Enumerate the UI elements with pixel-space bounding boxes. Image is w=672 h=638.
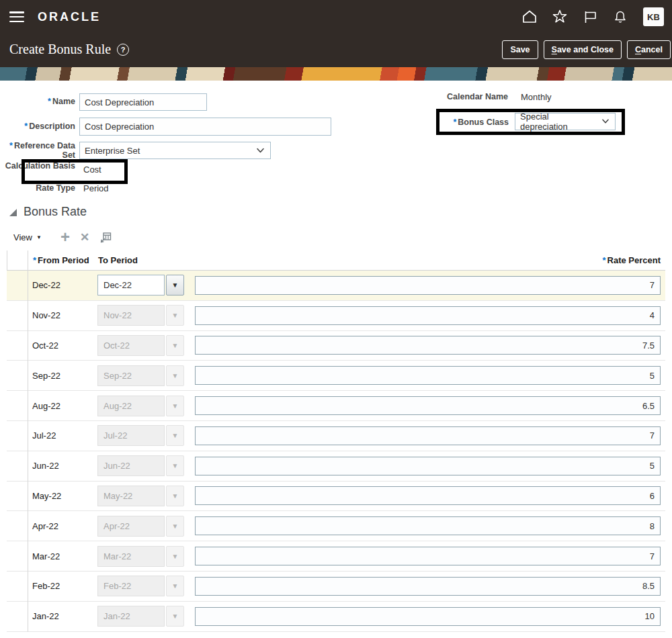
cancel-button[interactable]: Cancel — [627, 40, 671, 59]
row-selector[interactable] — [7, 361, 28, 390]
description-input[interactable] — [79, 118, 331, 136]
delete-row-button[interactable]: ✕ — [80, 232, 89, 243]
table-row[interactable]: May-22May-22▼ — [7, 482, 665, 512]
rate-percent-input[interactable] — [195, 366, 661, 385]
dropdown-button: ▼ — [166, 335, 184, 356]
rate-percent-input[interactable] — [195, 336, 661, 355]
notifications-bell-icon[interactable] — [613, 9, 628, 24]
to-period-value: May-22 — [97, 486, 165, 506]
section-title: Bonus Rate — [24, 205, 87, 219]
rate-type-label: Rate Type — [0, 183, 75, 193]
to-period-combobox: Oct-22▼ — [97, 335, 185, 356]
rate-percent-column-header: *Rate Percent — [185, 255, 665, 265]
from-period-value: Jul-22 — [28, 430, 97, 441]
from-period-value: Oct-22 — [28, 340, 97, 351]
from-period-value: Dec-22 — [28, 280, 97, 290]
caret-down-icon: ▼ — [172, 522, 179, 530]
to-period-combobox[interactable]: Dec-22▼ — [97, 275, 185, 295]
table-row[interactable]: Sep-22Sep-22▼ — [7, 361, 665, 391]
table-row[interactable]: Dec-22Dec-22▼ — [7, 271, 665, 301]
caret-down-icon: ▼ — [172, 432, 179, 439]
row-selector[interactable] — [7, 331, 28, 361]
to-period-value[interactable]: Dec-22 — [97, 275, 165, 295]
view-menu-button[interactable]: View ▼ — [13, 232, 42, 242]
to-period-value: Mar-22 — [97, 546, 165, 567]
table-row[interactable]: Feb-22Feb-22▼ — [7, 572, 665, 602]
save-button[interactable]: Save — [502, 40, 538, 59]
bonus-class-label: *Bonus Class — [433, 118, 509, 127]
row-selector[interactable] — [7, 271, 28, 300]
table-row[interactable]: Nov-22Nov-22▼ — [7, 301, 665, 331]
table-row[interactable]: Aug-22Aug-22▼ — [7, 391, 665, 421]
add-row-button[interactable]: + — [60, 229, 70, 245]
to-period-value: Apr-22 — [97, 516, 165, 537]
rate-percent-input[interactable] — [195, 516, 661, 535]
table-row[interactable]: Oct-22Oct-22▼ — [7, 331, 665, 361]
rate-percent-input[interactable] — [195, 276, 661, 295]
to-period-value: Oct-22 — [97, 335, 165, 356]
bonus-rate-table: *From Period To Period *Rate Percent Dec… — [7, 250, 665, 632]
dropdown-button: ▼ — [166, 305, 184, 326]
help-icon[interactable]: ? — [117, 44, 129, 56]
table-row[interactable]: Jun-22Jun-22▼ — [7, 451, 665, 482]
rate-percent-input[interactable] — [195, 577, 661, 596]
rate-percent-input[interactable] — [195, 486, 661, 505]
row-selector[interactable] — [7, 482, 28, 511]
to-period-combobox: Mar-22▼ — [97, 546, 185, 567]
menu-icon[interactable] — [9, 11, 24, 22]
flag-icon[interactable] — [583, 9, 597, 24]
page-header-bar: Create Bonus Rule ? Save Save and Close … — [0, 34, 672, 67]
name-input[interactable] — [79, 93, 207, 111]
top-navigation-bar: ORACLE KB — [0, 0, 672, 34]
save-and-close-button[interactable]: Save and Close — [544, 40, 622, 59]
favorites-star-icon[interactable] — [552, 9, 567, 24]
collapse-triangle-icon — [9, 209, 17, 216]
table-row[interactable]: Jan-22Jan-22▼ — [7, 602, 665, 632]
row-selector[interactable] — [7, 301, 28, 330]
row-selector[interactable] — [7, 451, 28, 481]
user-avatar[interactable]: KB — [643, 7, 664, 26]
from-period-value: Sep-22 — [28, 371, 97, 381]
rate-percent-input[interactable] — [195, 396, 661, 415]
reference-data-set-select[interactable]: Enterprise Set — [79, 142, 271, 159]
table-row[interactable]: Apr-22Apr-22▼ — [7, 511, 665, 541]
bonus-class-select[interactable]: Special depreciation — [515, 113, 616, 130]
to-period-value: Nov-22 — [97, 305, 165, 326]
rate-percent-input[interactable] — [195, 547, 661, 565]
caret-down-icon: ▼ — [36, 234, 42, 240]
detach-table-icon[interactable] — [99, 231, 112, 246]
row-selector[interactable] — [7, 511, 28, 541]
caret-down-icon: ▼ — [172, 553, 179, 560]
row-selector[interactable] — [7, 602, 28, 631]
from-period-value: Apr-22 — [28, 521, 97, 531]
row-selector[interactable] — [7, 572, 28, 601]
bonus-rate-section-header[interactable]: Bonus Rate — [9, 205, 87, 219]
caret-down-icon: ▼ — [172, 582, 179, 590]
table-row[interactable]: Jul-22Jul-22▼ — [7, 421, 665, 451]
to-period-combobox: Jan-22▼ — [97, 606, 185, 627]
table-row[interactable]: Mar-22Mar-22▼ — [7, 541, 665, 572]
dropdown-button[interactable]: ▼ — [166, 275, 184, 295]
bonus-rate-rows: Dec-22Dec-22▼Nov-22Nov-22▼Oct-22Oct-22▼S… — [7, 271, 665, 632]
from-period-value: Aug-22 — [28, 401, 97, 411]
dropdown-button: ▼ — [166, 365, 184, 386]
calculation-basis-label: Calculation Basis — [0, 161, 75, 171]
name-label: *Name — [0, 97, 75, 106]
to-period-value: Feb-22 — [97, 576, 165, 596]
rate-percent-input[interactable] — [195, 607, 661, 626]
row-selector[interactable] — [7, 421, 28, 451]
rate-percent-input[interactable] — [195, 306, 661, 325]
to-period-value: Sep-22 — [97, 365, 165, 386]
rate-type-value: Period — [83, 183, 109, 193]
row-selector[interactable] — [7, 541, 28, 571]
to-period-value: Jun-22 — [97, 455, 165, 476]
to-period-combobox: May-22▼ — [97, 486, 185, 506]
rate-percent-input[interactable] — [195, 426, 661, 445]
description-label: *Description — [0, 122, 75, 131]
caret-down-icon: ▼ — [172, 402, 179, 410]
home-icon[interactable] — [522, 9, 537, 24]
rate-percent-input[interactable] — [195, 457, 661, 475]
to-period-combobox: Sep-22▼ — [97, 365, 185, 386]
row-selector[interactable] — [7, 391, 28, 420]
to-period-combobox: Jun-22▼ — [97, 455, 185, 476]
